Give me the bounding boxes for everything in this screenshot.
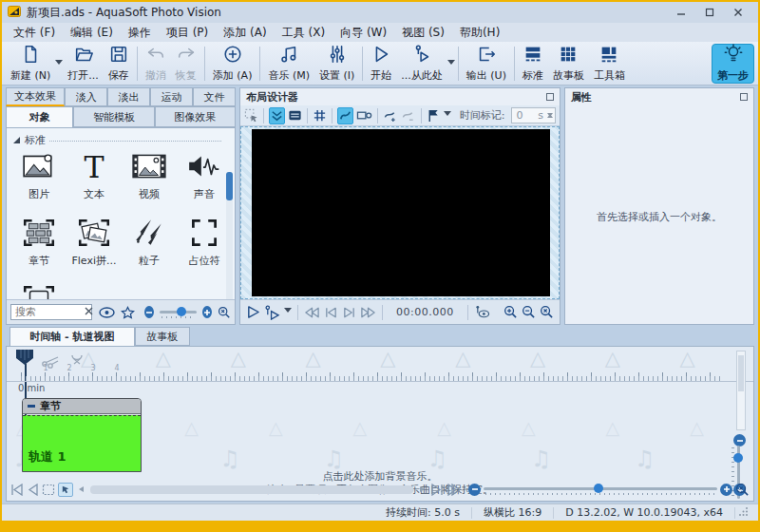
preview-play-button[interactable] (246, 305, 260, 319)
menu-wizards[interactable]: 向导 (W) (332, 23, 394, 43)
start-button[interactable]: 开始 (366, 44, 396, 84)
skip-back-button[interactable] (430, 484, 444, 496)
resize-grip[interactable] (735, 506, 752, 519)
tab-objects[interactable]: 对象 (6, 106, 73, 127)
scroll-right-icon[interactable] (420, 486, 428, 492)
add-button[interactable]: 添加 (A) (208, 44, 257, 84)
timeline-zoom-reset-icon[interactable] (735, 483, 750, 497)
menu-edit[interactable]: 编辑 (E) (63, 23, 121, 43)
time-marker-dropdown-caret[interactable] (444, 111, 451, 120)
new-button[interactable]: 新建 (N) (6, 44, 55, 84)
object-text[interactable]: T 文本 (67, 149, 121, 201)
spin-down-icon[interactable] (547, 113, 553, 120)
start-from-dropdown-caret[interactable] (447, 60, 455, 68)
grid-tool-icon[interactable] (313, 107, 327, 124)
zoom-in-tiles-button[interactable] (202, 306, 212, 318)
tile-size-slider[interactable] (160, 306, 197, 319)
motion-path-tool-icon[interactable] (337, 107, 353, 124)
tab-storyboard[interactable]: 故事板 (135, 327, 190, 346)
open-button[interactable]: 打开... (63, 44, 104, 84)
play-options-caret[interactable] (284, 308, 292, 316)
object-video[interactable]: 视频 (123, 149, 176, 201)
zoom-in-preview-icon[interactable] (504, 305, 518, 319)
object-sound[interactable]: 声音 (178, 149, 231, 201)
settings-button[interactable]: 设置 (I) (314, 44, 359, 84)
skip-forward-button[interactable] (446, 484, 460, 496)
menu-project[interactable]: 项目 (P) (159, 23, 216, 43)
menu-help[interactable]: 帮助(H) (452, 23, 507, 43)
chapter-block[interactable]: 章节 轨道 1 (22, 398, 142, 472)
menu-add[interactable]: 添加 (A) (216, 23, 274, 43)
tab-text-effects[interactable]: 文本效果 (6, 87, 65, 106)
zoom-fit-preview-icon[interactable] (540, 305, 554, 319)
tile-size-slider-thumb[interactable] (177, 307, 186, 316)
tab-fade-in[interactable]: 淡入 (65, 87, 107, 106)
play-from-marker-button[interactable] (264, 305, 280, 320)
standard-view-button[interactable]: 标准 (518, 44, 548, 84)
minimize-button[interactable] (667, 3, 695, 22)
scroll-left-icon[interactable] (76, 486, 84, 492)
remove-path-point-icon[interactable] (401, 107, 416, 124)
menu-file[interactable]: 文件 (F) (6, 23, 63, 43)
preview-marker-eye-icon[interactable] (474, 305, 490, 319)
follow-playhead-button[interactable] (58, 483, 73, 497)
menu-view[interactable]: 视图 (S) (394, 23, 452, 43)
rewind-button[interactable] (304, 306, 320, 319)
maximize-button[interactable] (695, 3, 724, 22)
timeline-zoom-thumb[interactable] (594, 484, 603, 493)
timeline-zoom-out-button[interactable] (468, 484, 481, 496)
output-button[interactable]: 输出 (U) (462, 44, 511, 84)
object-particles[interactable]: 粒子 (123, 216, 176, 268)
timeline-vertical-scrollbar[interactable] (736, 351, 746, 430)
zoom-out-preview-icon[interactable] (522, 305, 536, 319)
fit-timeline-icon[interactable] (42, 484, 55, 496)
object-image[interactable]: 图片 (12, 149, 66, 201)
timeline-horizontal-scrollbar[interactable] (90, 485, 413, 494)
first-step-button[interactable]: 第一步 (712, 44, 754, 84)
timeline-zoom-in-button[interactable] (720, 484, 732, 496)
time-marker-spinner[interactable]: 0 s (511, 107, 556, 124)
music-button[interactable]: 音乐 (M) (263, 44, 314, 84)
snap-tool-icon[interactable] (269, 107, 285, 124)
previous-object-button[interactable] (27, 484, 39, 496)
toolbox-view-button[interactable]: 工具箱 (589, 44, 630, 84)
preview-eye-icon[interactable] (99, 307, 115, 318)
section-standard[interactable]: 标准 (12, 133, 221, 147)
menu-tools[interactable]: 工具 (X) (275, 23, 332, 43)
start-from-here-button[interactable]: ...从此处 (396, 44, 447, 84)
new-dropdown-caret[interactable] (55, 60, 63, 68)
menu-actions[interactable]: 操作 (121, 23, 159, 43)
tab-smart-templates[interactable]: 智能模板 (73, 106, 154, 127)
tab-timeline-track-view[interactable]: 时间轴 - 轨道视图 (10, 327, 135, 346)
search-input[interactable] (10, 304, 92, 320)
redo-button[interactable]: 恢复 (171, 44, 201, 84)
next-frame-button[interactable] (342, 306, 356, 319)
go-to-start-button[interactable] (10, 484, 24, 496)
track-clip[interactable]: 轨道 1 (23, 415, 141, 471)
timeline-zoom-slider[interactable] (484, 483, 717, 496)
vertical-zoom-thumb[interactable] (733, 453, 743, 463)
layers-tool-icon[interactable] (288, 107, 302, 124)
panel-maximize-icon[interactable] (740, 93, 748, 101)
tab-files[interactable]: 文件 (193, 87, 236, 106)
object-partial[interactable] (12, 282, 66, 299)
panel-maximize-icon[interactable] (546, 93, 554, 101)
preview-canvas[interactable] (252, 129, 550, 296)
select-tool-icon[interactable] (244, 107, 258, 124)
camera-pan-tool-icon[interactable] (356, 107, 372, 124)
favorites-star-icon[interactable] (121, 306, 135, 319)
object-flexi-collage[interactable]: Flexi拼... (67, 216, 121, 268)
zoom-reset-icon[interactable] (218, 306, 231, 319)
clear-search-icon[interactable] (85, 307, 93, 317)
tab-fade-out[interactable]: 淡出 (107, 87, 150, 106)
add-path-point-icon[interactable] (383, 107, 398, 124)
fast-forward-button[interactable] (360, 306, 376, 319)
object-chapter[interactable]: 章节 (12, 216, 66, 268)
previous-frame-button[interactable] (324, 306, 338, 319)
time-marker-flag-icon[interactable] (427, 107, 441, 124)
tab-image-effects[interactable]: 图像效果 (155, 106, 236, 127)
object-placeholder[interactable]: 占位符 (178, 216, 231, 268)
storyboard-view-button[interactable]: 故事板 (548, 44, 589, 84)
collapse-chapter-icon[interactable] (28, 405, 35, 408)
save-button[interactable]: 保存 (104, 44, 134, 84)
